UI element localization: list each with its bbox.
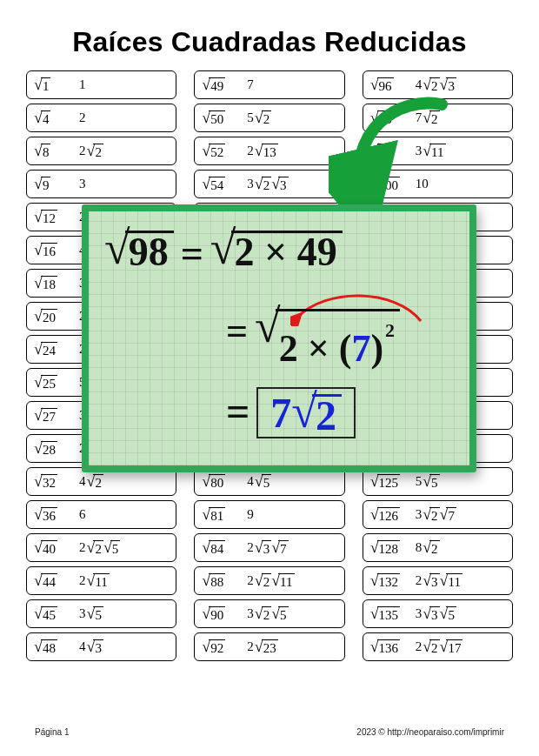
page-title: Raíces Cuadradas Reducidas bbox=[0, 0, 539, 70]
table-row: √1288√2 bbox=[363, 533, 513, 562]
table-row: √453√5 bbox=[26, 599, 176, 628]
board-line-1: √98 = √2 × 49 bbox=[104, 231, 343, 277]
table-row: √842√3√7 bbox=[194, 533, 344, 562]
board-line-3: = 7 √2 bbox=[219, 387, 356, 438]
table-row: √10010 bbox=[363, 170, 513, 198]
table-row: √442√11 bbox=[26, 566, 176, 595]
table-row: √922√23 bbox=[194, 632, 344, 661]
table-row: √366 bbox=[26, 500, 176, 529]
table-row: √497 bbox=[194, 70, 344, 99]
table-row: √903√2√5 bbox=[194, 599, 344, 628]
table-row: √42 bbox=[26, 104, 176, 132]
footer-copyright: 2023 © http://neoparaiso.com/imprimir bbox=[356, 727, 504, 737]
page-footer: Página 1 2023 © http://neoparaiso.com/im… bbox=[35, 727, 504, 737]
table-row: √993√11 bbox=[363, 137, 513, 165]
table-row: √505√2 bbox=[194, 104, 344, 132]
table-row: √987√2 bbox=[363, 104, 513, 132]
table-row: √93 bbox=[26, 170, 176, 198]
table-row: √82√2 bbox=[26, 137, 176, 165]
explanation-board: √98 = √2 × 49 = √ 2 × (7)2 = 7 √2 bbox=[82, 204, 476, 472]
table-row: √522√13 bbox=[194, 137, 344, 165]
table-row: √1322√3√11 bbox=[363, 566, 513, 595]
table-row: √1353√3√5 bbox=[363, 599, 513, 628]
table-row: √484√3 bbox=[26, 632, 176, 661]
table-row: √819 bbox=[194, 500, 344, 529]
table-row: √882√2√11 bbox=[194, 566, 344, 595]
table-row: √1362√2√17 bbox=[363, 632, 513, 661]
footer-page-number: Página 1 bbox=[35, 727, 69, 737]
worksheet-page: Raíces Cuadradas Reducidas √11√42√82√2√9… bbox=[0, 0, 539, 756]
board-line-2: = √ 2 × (7)2 bbox=[219, 309, 400, 368]
table-row: √964√2√3 bbox=[363, 70, 513, 99]
table-row: √402√2√5 bbox=[26, 533, 176, 562]
table-row: √1263√2√7 bbox=[363, 500, 513, 529]
table-row: √543√2√3 bbox=[194, 170, 344, 198]
table-row: √11 bbox=[26, 70, 176, 99]
